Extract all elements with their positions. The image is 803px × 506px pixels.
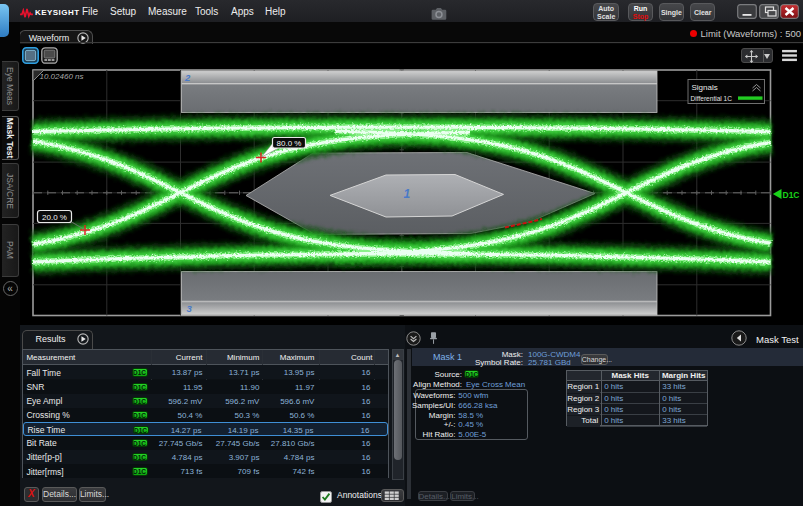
svg-text:3: 3 [187, 303, 193, 314]
svg-text:80.0 %: 80.0 % [277, 139, 302, 148]
svg-text:2: 2 [184, 72, 191, 83]
svg-text:10.02460 ns: 10.02460 ns [40, 72, 84, 81]
svg-text:Signals: Signals [692, 83, 718, 92]
svg-text:Differential 1C: Differential 1C [691, 94, 733, 103]
svg-text:1: 1 [404, 187, 411, 201]
svg-text:20.0 %: 20.0 % [42, 213, 67, 222]
svg-text:D1C: D1C [783, 190, 800, 200]
